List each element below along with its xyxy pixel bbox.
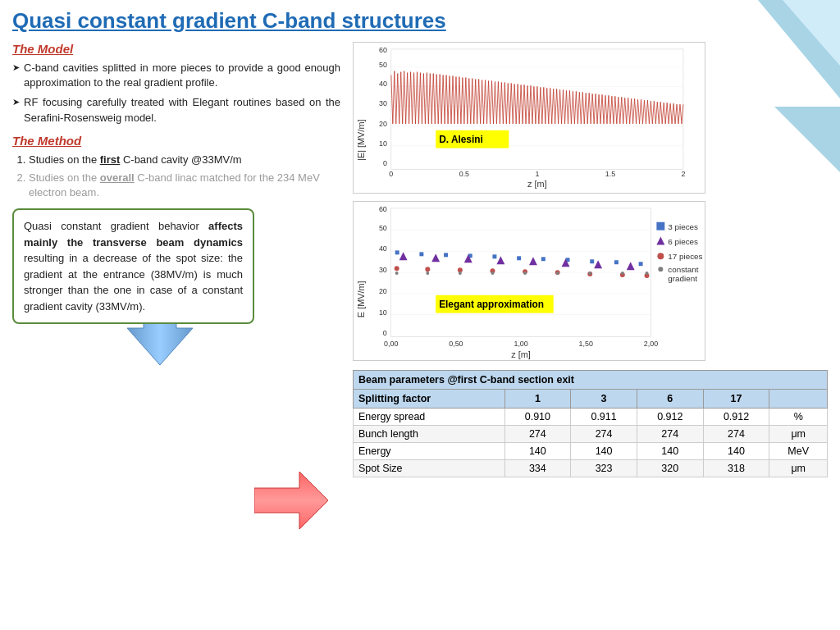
method-item-2-pre: Studies on the <box>29 171 100 184</box>
row-energy-6: 140 <box>637 443 703 460</box>
row-energy-17: 140 <box>703 443 769 460</box>
svg-text:Elegant approximation: Elegant approximation <box>439 299 544 310</box>
svg-text:50: 50 <box>379 224 387 232</box>
svg-point-89 <box>658 267 663 272</box>
svg-text:1,50: 1,50 <box>579 340 593 348</box>
row-bunch-length-label: Bunch length <box>354 426 505 443</box>
svg-text:50: 50 <box>379 61 387 69</box>
svg-point-64 <box>425 267 430 272</box>
svg-text:0: 0 <box>383 329 387 337</box>
table-header: Beam parameters @first C-band section ex… <box>354 371 828 390</box>
svg-point-77 <box>556 272 559 275</box>
right-column: |E| [MV/m] 0 10 20 30 40 50 60 0 <box>353 42 828 477</box>
svg-text:2: 2 <box>681 170 685 178</box>
svg-point-87 <box>657 253 664 259</box>
method-item-2: Studies on the overall C-band linac matc… <box>29 171 340 200</box>
svg-text:|E| [MV/m]: |E| [MV/m] <box>356 120 366 161</box>
col-header-17: 17 <box>703 390 769 409</box>
svg-rect-48 <box>492 254 496 258</box>
row-energy-unit: MeV <box>769 443 828 460</box>
svg-point-72 <box>395 272 399 275</box>
row-energy-spread-6: 0.912 <box>637 409 703 426</box>
svg-rect-52 <box>590 259 594 263</box>
row-bunch-length-1: 274 <box>504 426 571 443</box>
chart2-svg: E [MV/m] 0 10 20 30 40 50 60 0,0 <box>353 201 705 361</box>
callout-text-1: Quasi constant gradient behavior <box>24 220 208 232</box>
col-header-3: 3 <box>571 390 637 409</box>
row-energy-1: 140 <box>504 443 571 460</box>
row-energy-label: Energy <box>354 443 505 460</box>
bullet-1: C-band cavities splitted in more pieces … <box>12 61 340 90</box>
svg-rect-45 <box>419 252 423 256</box>
svg-text:40: 40 <box>379 80 387 88</box>
svg-text:1: 1 <box>535 170 539 178</box>
row-energy-spread-3: 0.911 <box>571 409 637 426</box>
svg-text:constant: constant <box>668 265 699 274</box>
svg-text:z [m]: z [m] <box>511 349 531 359</box>
row-spot-size-unit: μm <box>769 460 828 477</box>
table-row: Energy 140 140 140 140 MeV <box>354 443 828 460</box>
row-energy-spread-17: 0.912 <box>703 409 769 426</box>
row-spot-size-label: Spot Size <box>354 460 505 477</box>
method-item-1-pre: Studies on the <box>29 153 100 166</box>
svg-rect-83 <box>656 222 664 231</box>
svg-point-80 <box>646 272 649 275</box>
row-spot-size-1: 334 <box>504 460 571 477</box>
model-bullet-list: C-band cavities splitted in more pieces … <box>12 61 340 126</box>
svg-text:0.5: 0.5 <box>459 170 469 178</box>
svg-text:0,50: 0,50 <box>449 340 463 348</box>
svg-text:20: 20 <box>379 287 387 295</box>
svg-marker-85 <box>656 237 664 245</box>
bullet-2-text: RF focusing carefully treated with Elega… <box>24 95 340 125</box>
svg-point-63 <box>395 266 399 271</box>
svg-text:3 pieces: 3 pieces <box>668 222 698 231</box>
row-energy-3: 140 <box>571 443 637 460</box>
chart2-container: E [MV/m] 0 10 20 30 40 50 60 0,0 <box>353 201 828 363</box>
table-row: Bunch length 274 274 274 274 μm <box>354 426 828 443</box>
row-energy-spread-unit: % <box>769 409 828 426</box>
svg-point-74 <box>459 272 462 275</box>
svg-text:20: 20 <box>379 120 387 128</box>
svg-text:10: 10 <box>379 308 387 317</box>
svg-text:z [m]: z [m] <box>527 179 547 189</box>
model-heading: The Model <box>12 42 340 56</box>
svg-point-73 <box>426 272 429 275</box>
svg-text:30: 30 <box>379 99 387 107</box>
svg-rect-54 <box>639 262 643 266</box>
svg-text:6 pieces: 6 pieces <box>668 237 698 246</box>
beam-params-table: Beam parameters @first C-band section ex… <box>353 370 828 477</box>
svg-text:0: 0 <box>389 170 393 178</box>
row-spot-size-6: 320 <box>637 460 703 477</box>
callout-text-2: resulting in a decrease of the spot size… <box>24 252 243 313</box>
svg-text:gradient: gradient <box>668 274 697 283</box>
svg-point-76 <box>523 272 527 275</box>
row-bunch-length-17: 274 <box>703 426 769 443</box>
row-bunch-length-6: 274 <box>637 426 703 443</box>
svg-rect-44 <box>395 250 399 254</box>
col-header-param: Splitting factor <box>354 390 505 409</box>
method-item-1-highlight: first <box>100 153 121 166</box>
svg-point-78 <box>588 272 591 275</box>
svg-rect-50 <box>541 257 546 261</box>
row-energy-spread-1: 0.910 <box>504 409 571 426</box>
svg-text:D. Alesini: D. Alesini <box>439 134 483 145</box>
svg-text:2,00: 2,00 <box>644 340 658 348</box>
chart1-container: |E| [MV/m] 0 10 20 30 40 50 60 0 <box>353 42 828 196</box>
table-row: Energy spread 0.910 0.911 0.912 0.912 % <box>354 409 828 426</box>
svg-point-75 <box>491 272 494 275</box>
svg-text:17 pieces: 17 pieces <box>668 252 702 261</box>
row-bunch-length-3: 274 <box>571 426 637 443</box>
svg-text:60: 60 <box>379 46 387 54</box>
svg-rect-46 <box>444 253 448 257</box>
bullet-1-text: C-band cavities splitted in more pieces … <box>24 61 340 90</box>
row-energy-spread-label: Energy spread <box>354 409 505 426</box>
method-heading: The Method <box>12 134 340 148</box>
svg-text:40: 40 <box>379 244 387 253</box>
bullet-2: RF focusing carefully treated with Elega… <box>12 95 340 125</box>
method-item-1: Studies on the first C-band cavity @33MV… <box>29 153 340 167</box>
method-item-2-highlight: overall <box>100 171 135 184</box>
svg-text:0: 0 <box>383 159 387 167</box>
page-title: Quasi constant gradient C-band structure… <box>12 8 828 34</box>
table-row: Spot Size 334 323 320 318 μm <box>354 460 828 477</box>
main-container: Quasi constant gradient C-band structure… <box>0 0 840 486</box>
